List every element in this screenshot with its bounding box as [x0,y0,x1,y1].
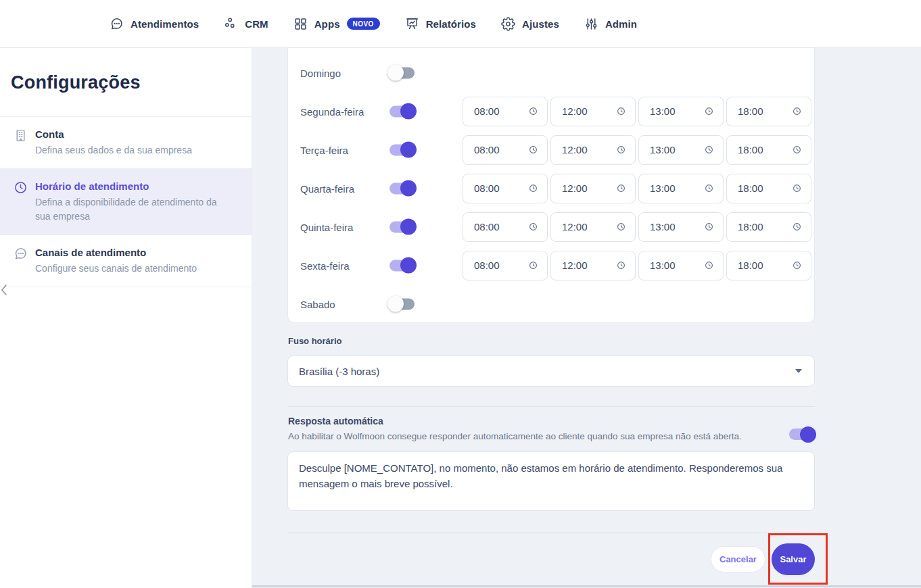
schedule-card: Domingo Segunda-feira 08:00 12:00 13:00 … [287,48,815,323]
clock-icon [793,222,801,231]
time-input[interactable]: 08:00 [463,135,548,165]
auto-reply-message-input[interactable]: Desculpe [NOME_CONTATO], no momento, não… [287,451,815,511]
chat-bubble-icon [110,17,124,31]
day-label: Terça-feira [300,144,348,155]
time-input[interactable]: 12:00 [550,174,636,203]
time-input[interactable]: 13:00 [638,212,724,242]
day-label: Sexta-feira [300,260,350,271]
clock-icon [529,184,538,193]
nav-item-admin[interactable]: Admin [584,17,637,31]
auto-reply-description: Ao habilitar o Wolfmoon consegue respond… [288,431,761,441]
time-value: 18:00 [738,105,763,117]
time-value: 13:00 [650,144,676,155]
save-button[interactable]: Salvar [772,543,815,575]
timezone-label: Fuso horário [288,336,341,346]
nav-item-label: Apps [314,18,340,30]
day-row-segunda-feira: Segunda-feira 08:00 12:00 13:00 18:00 [288,92,814,130]
clock-icon [529,222,538,231]
time-input[interactable]: 18:00 [726,212,811,242]
clock-icon [617,145,625,154]
time-input[interactable]: 18:00 [726,174,811,203]
toggle-domingo[interactable] [389,67,415,78]
nav-item-relatorios[interactable]: Relatórios [405,17,476,31]
cancel-button[interactable]: Cancelar [711,546,765,572]
time-value: 12:00 [562,260,588,271]
clock-icon [529,145,538,154]
time-input[interactable]: 08:00 [463,251,548,280]
day-row-domingo: Domingo [288,53,814,92]
nav-item-label: Admin [605,18,637,30]
toggle-segunda-feira[interactable] [389,105,415,117]
clock-icon [529,261,538,270]
day-label: Quinta-feira [300,221,353,232]
sidebar-item-title: Canais de atendimento [35,247,227,258]
clock-icon [793,184,801,193]
time-input[interactable]: 08:00 [463,212,548,242]
time-input[interactable]: 13:00 [638,251,724,280]
nav-item-ajustes[interactable]: Ajustes [501,17,559,31]
day-row-sabado: Sabado [288,285,814,323]
toggle-sexta-feira[interactable] [389,260,415,271]
toggle-terca-feira[interactable] [389,144,415,155]
time-input[interactable]: 13:00 [638,135,724,165]
time-input[interactable]: 12:00 [550,212,636,242]
time-value: 13:00 [650,182,676,194]
time-input[interactable]: 12:00 [550,135,636,165]
time-value: 12:00 [562,144,588,155]
day-row-quarta-feira: Quarta-feira 08:00 12:00 13:00 18:00 [288,169,814,207]
sidebar-item-subtitle: Configure seus canais de atendimento [35,262,227,275]
bottom-edge-line [252,585,921,587]
time-input[interactable]: 18:00 [726,251,811,280]
sidebar-item-horario-de-atendimento[interactable]: Horário de atendimento Defina a disponib… [0,169,252,235]
sidebar-item-canais-de-atendimento[interactable]: Canais de atendimento Configure seus can… [0,235,252,287]
time-input[interactable]: 13:00 [638,97,724,126]
timezone-select[interactable]: Brasília (-3 horas) [287,356,815,387]
time-input[interactable]: 08:00 [463,97,548,126]
auto-reply-toggle[interactable] [789,428,814,440]
sidebar-item-title: Horário de atendimento [35,180,227,192]
sidebar-collapse-chevron-icon[interactable] [0,283,9,297]
chart-board-icon [405,17,419,31]
clock-icon [14,180,28,195]
clock-icon [705,145,713,154]
novo-badge: NOVO [347,18,380,30]
day-label: Segunda-feira [300,105,364,117]
page-title: Configurações [0,48,252,117]
nav-item-crm[interactable]: CRM [224,17,268,31]
time-input[interactable]: 12:00 [550,97,636,126]
time-value: 08:00 [474,105,500,117]
clock-icon [793,145,801,154]
nav-item-atendimentos[interactable]: Atendimentos [110,17,199,31]
settings-sidebar: Configurações Conta Defina seus dados e … [0,48,252,588]
time-value: 18:00 [738,260,763,271]
clock-icon [617,107,625,116]
day-label: Sabado [300,298,335,310]
time-input[interactable]: 13:00 [638,174,724,203]
toggle-sabado[interactable] [389,298,415,310]
time-value: 18:00 [738,221,763,232]
auto-reply-title: Resposta automática [288,416,383,426]
clock-icon [705,184,713,193]
grid-icon [293,17,308,31]
nav-item-label: Ajustes [522,18,559,30]
time-value: 18:00 [738,144,763,155]
toggle-quinta-feira[interactable] [389,221,415,232]
clock-icon [705,222,713,231]
time-value: 13:00 [650,260,676,271]
day-label: Quarta-feira [300,182,354,194]
time-input[interactable]: 12:00 [550,251,636,280]
nodes-icon [224,17,238,31]
time-value: 08:00 [474,260,500,271]
toggle-quarta-feira[interactable] [389,182,415,194]
clock-icon [793,107,801,116]
clock-icon [705,107,713,116]
time-input[interactable]: 18:00 [726,135,811,165]
time-input[interactable]: 08:00 [463,174,548,203]
sidebar-item-conta[interactable]: Conta Defina seus dados e da sua empresa [0,117,252,169]
time-input[interactable]: 18:00 [726,97,811,126]
nav-item-apps[interactable]: Apps NOVO [293,17,380,31]
nav-item-label: Relatórios [426,18,476,30]
timezone-selected-value: Brasília (-3 horas) [299,366,379,377]
clock-icon [617,184,625,193]
day-row-quinta-feira: Quinta-feira 08:00 12:00 13:00 18:00 [288,207,814,246]
